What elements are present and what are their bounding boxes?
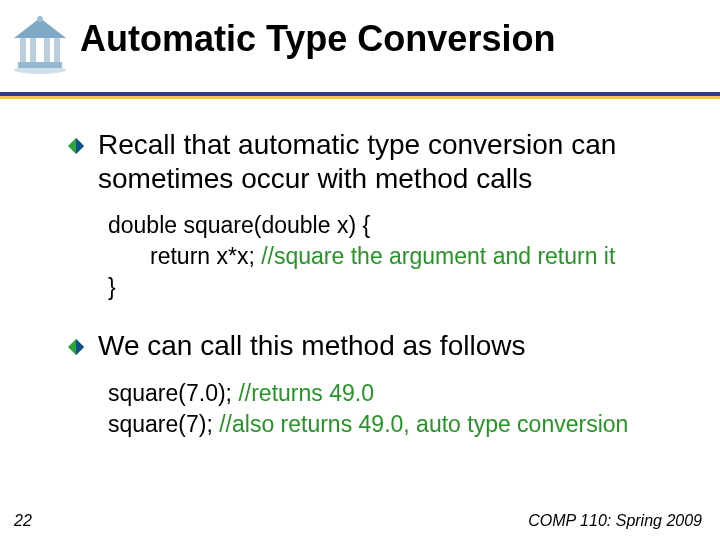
code-line: square(7.0); //returns 49.0 (108, 378, 690, 409)
bullet-text: Recall that automatic type conversion ca… (98, 128, 690, 196)
svg-rect-5 (54, 38, 60, 62)
code-line: square(7); //also returns 49.0, auto typ… (108, 409, 690, 440)
code-text: return x*x; (150, 243, 261, 269)
bullet-text: We can call this method as follows (98, 329, 525, 363)
code-comment: //square the argument and return it (261, 243, 615, 269)
page-number: 22 (14, 512, 32, 530)
slide-header: Automatic Type Conversion (0, 0, 720, 96)
slide: Automatic Type Conversion Recall that au… (0, 0, 720, 540)
diamond-bullet-icon (68, 339, 84, 359)
code-text: } (108, 274, 116, 300)
code-comment: //also returns 49.0, auto type conversio… (219, 411, 628, 437)
code-block-1: double square(double x) { return x*x; //… (108, 210, 690, 303)
title-underline (0, 92, 720, 102)
code-line: } (108, 272, 690, 303)
slide-title: Automatic Type Conversion (80, 18, 555, 60)
diamond-bullet-icon (68, 138, 84, 158)
svg-rect-4 (44, 38, 50, 62)
code-comment: //returns 49.0 (238, 380, 374, 406)
svg-rect-2 (20, 38, 26, 62)
svg-point-6 (37, 16, 43, 22)
unc-old-well-icon (8, 12, 72, 76)
code-text: square(7.0); (108, 380, 238, 406)
code-text: square(7); (108, 411, 219, 437)
code-text: double square(double x) { (108, 212, 370, 238)
bullet-item-1: Recall that automatic type conversion ca… (68, 128, 690, 196)
svg-rect-1 (18, 62, 62, 68)
bullet-item-2: We can call this method as follows (68, 329, 690, 363)
code-block-2: square(7.0); //returns 49.0 square(7); /… (108, 378, 690, 440)
code-line: return x*x; //square the argument and re… (108, 241, 690, 272)
svg-rect-3 (30, 38, 36, 62)
course-label: COMP 110: Spring 2009 (528, 512, 702, 530)
code-line: double square(double x) { (108, 210, 690, 241)
slide-content: Recall that automatic type conversion ca… (68, 128, 690, 466)
